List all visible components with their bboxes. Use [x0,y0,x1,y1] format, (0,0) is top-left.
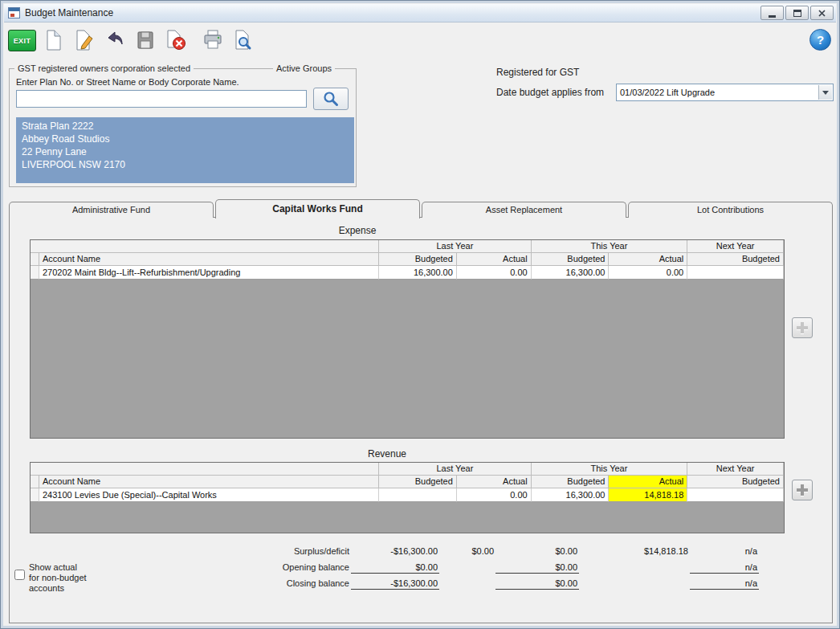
selected-property-box[interactable]: Strata Plan 2222 Abbey Road Studios 22 P… [16,117,354,183]
col-header-ly-actual: Actual [457,476,532,488]
closing-ly-actual [439,578,495,590]
expense-column-header-row: Account Name Budgeted Actual Budgeted Ac… [31,253,784,266]
col-group-this-year: This Year [532,240,688,253]
col-header-ty-actual: Actual [609,253,687,266]
closing-ny: n/a [690,578,759,590]
expense-table-row: 270202 Maint Bldg--Lift--Refurbishment/U… [31,266,784,280]
app-icon [8,7,20,18]
budget-maintenance-window: Budget Maintenance EXIT [0,0,840,629]
surplus-ly-actual: $0.00 [439,545,495,558]
save-icon [136,30,155,51]
window-title: Budget Maintenance [25,7,113,18]
cell-ty-actual-highlighted[interactable]: 14,818.18 [609,488,687,502]
add-expense-account-button[interactable] [792,317,813,338]
col-group-next-year: Next Year [687,463,784,476]
chevron-down-icon[interactable] [818,85,832,100]
plus-icon [797,322,808,333]
cell-ty-actual[interactable]: 0.00 [609,266,687,280]
plus-icon [797,484,808,496]
revenue-year-header-row: Last Year This Year Next Year [31,463,784,476]
summary-values: -$16,300.00 $0.00 $0.00 $14,818.18 n/a $… [351,545,759,593]
add-revenue-account-button[interactable] [792,480,813,500]
opening-ty-actual [579,562,690,574]
exit-button[interactable]: EXIT [8,30,36,51]
tab-capital-works-fund[interactable]: Capital Works Fund [215,199,420,219]
cell-account-name[interactable]: 243100 Levies Due (Special)--Capital Wor… [39,488,379,502]
close-button[interactable] [810,6,834,20]
col-header-ly-budgeted: Budgeted [379,476,457,488]
printer-icon [202,30,223,51]
date-budget-label: Date budget applies from [496,87,604,98]
col-group-last-year: Last Year [379,463,532,476]
summary-row-labels: Surplus/deficit Opening balance Closing … [234,545,349,593]
cell-ty-budgeted[interactable]: 16,300.00 [532,266,610,280]
toolbar: EXIT [4,25,836,55]
print-button[interactable] [198,27,227,53]
opening-balance-row: $0.00 $0.00 n/a [351,561,759,577]
undo-button[interactable] [100,27,129,53]
opening-ly-budgeted: $0.00 [351,562,439,574]
save-button[interactable] [131,27,160,53]
tab-administrative-fund[interactable]: Administrative Fund [9,202,214,218]
fund-tabs: Administrative Fund Capital Works Fund A… [9,199,833,218]
cell-ly-actual[interactable]: 0.00 [457,488,532,502]
row-selector[interactable] [31,488,39,502]
print-preview-button[interactable] [229,27,258,53]
col-header-ty-budgeted: Budgeted [532,253,610,266]
titlebar[interactable]: Budget Maintenance [4,4,836,22]
cell-ly-actual[interactable]: 0.00 [457,266,532,280]
edit-icon [75,30,94,51]
col-group-next-year: Next Year [687,240,784,253]
cell-ty-budgeted[interactable]: 16,300.00 [532,488,610,502]
date-budget-combobox[interactable]: 01/03/2022 Lift Upgrade [616,84,834,101]
print-preview-icon [233,30,254,51]
closing-ty-actual [579,578,690,590]
row-selector[interactable] [31,266,39,280]
show-actual-checkbox[interactable] [14,570,25,580]
col-header-ty-budgeted: Budgeted [532,476,610,488]
maximize-button[interactable] [785,6,809,20]
col-header-ny-budgeted: Budgeted [687,476,784,488]
property-search-group: GST registered owners corporation select… [9,68,357,187]
cell-ny-budgeted[interactable] [687,488,784,502]
expense-section-title: Expense [30,225,685,236]
col-header-account-name: Account Name [39,476,379,488]
opening-ty-budgeted: $0.00 [495,562,579,574]
spacer-cell [31,240,379,253]
help-button[interactable]: ? [809,29,831,51]
cell-ly-budgeted[interactable] [379,488,457,502]
group-title: GST registered owners corporation select… [14,63,194,73]
surplus-ty-actual: $14,818.18 [579,545,690,558]
minimize-button[interactable] [760,6,784,20]
date-budget-value: 01/03/2022 Lift Upgrade [620,84,715,100]
property-line-name: Abbey Road Studios [22,133,349,145]
cell-ly-budgeted[interactable]: 16,300.00 [379,266,457,280]
spacer-cell [31,463,379,476]
cell-account-name[interactable]: 270202 Maint Bldg--Lift--Refurbishment/U… [39,266,379,280]
expense-year-header-row: Last Year This Year Next Year [31,240,784,253]
revenue-column-header-row: Account Name Budgeted Actual Budgeted Ac… [31,476,784,488]
search-button[interactable] [313,88,349,110]
undo-icon [105,30,124,51]
opening-ny: n/a [690,562,759,574]
show-actual-label: Show actual for non-budget accounts [29,562,101,594]
cell-ny-budgeted[interactable] [687,266,784,280]
revenue-grid: Last Year This Year Next Year Account Na… [30,462,785,533]
tab-asset-replacement[interactable]: Asset Replacement [422,202,626,218]
delete-icon [165,30,186,51]
tab-lot-contributions[interactable]: Lot Contributions [628,202,833,218]
row-header-stub [31,253,39,266]
new-button[interactable] [39,27,68,53]
delete-button[interactable] [161,27,190,53]
new-document-icon [44,30,63,51]
window-controls [760,6,834,20]
registered-for-gst-label: Registered for GST [496,67,579,78]
revenue-section-title: Revenue [30,448,744,459]
active-groups-label: Active Groups [273,63,335,73]
plan-search-input[interactable] [16,90,307,108]
close-icon [818,10,826,17]
col-header-ly-budgeted: Budgeted [379,253,457,266]
opening-balance-label: Opening balance [234,561,349,577]
surplus-deficit-row: -$16,300.00 $0.00 $0.00 $14,818.18 n/a [351,545,759,561]
edit-button[interactable] [70,27,99,53]
